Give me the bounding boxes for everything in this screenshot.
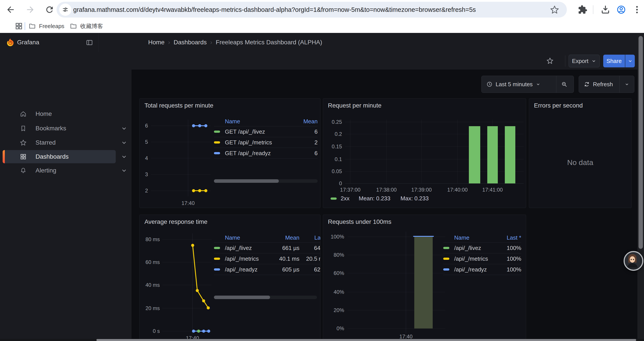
pill-spacer (214, 120, 220, 122)
share-menu-button[interactable] (625, 55, 635, 67)
legend-header: Name Mean Las (214, 233, 320, 243)
legend-col-name[interactable]: Name (225, 234, 275, 241)
svg-text:100%: 100% (331, 234, 344, 240)
star-icon (20, 139, 27, 146)
refresh-interval-button[interactable] (620, 76, 634, 93)
legend-row[interactable]: /api/_/metrics 40.1 ms 20.5 m (214, 253, 320, 264)
sidebar-item-home[interactable]: Home (0, 108, 132, 120)
legend-row[interactable]: /api/_/livez 100% (443, 243, 521, 253)
chevron-down-icon[interactable] (120, 167, 128, 174)
toolbar-divider (565, 55, 565, 67)
grafana-header: Grafana Home›Dashboards›Freeleaps Metric… (0, 33, 644, 52)
bookmark-star-icon[interactable] (550, 5, 560, 15)
bookmark-folder-blogs[interactable]: 收藏博客 (70, 21, 103, 31)
legend-scrollbar[interactable] (214, 295, 317, 299)
legend-row[interactable]: GET /api/_/readyz 6 (214, 148, 318, 159)
dashboards-icon (20, 153, 27, 160)
screen: grafana.mathmast.com/d/deytv4rwavabkb/fr… (0, 0, 644, 341)
panel-request-per-minute[interactable]: Request per minute 0.25 0.2 0.15 0.1 0.0… (323, 98, 526, 208)
floating-assistant-avatar[interactable] (624, 251, 643, 271)
sidebar-item-label: Bookmarks (36, 125, 66, 132)
panel-requests-under-100ms[interactable]: Requests under 100ms 100% 80% 60% 40% 20… (323, 215, 526, 341)
extensions-icon[interactable] (578, 5, 588, 15)
browser-menu-icon[interactable] (632, 5, 642, 15)
legend-col-name[interactable]: Name (454, 234, 497, 241)
chevron-down-icon[interactable] (120, 139, 128, 146)
series-name[interactable]: /api/_/metrics (225, 255, 275, 262)
mega-menu-toggle-icon[interactable] (86, 39, 93, 46)
sidebar-item-alerting[interactable]: Alerting (0, 164, 132, 177)
chevron-down-icon[interactable] (120, 153, 128, 160)
sidebar-item-starred[interactable]: Starred (0, 136, 132, 149)
legend-row[interactable]: /api/_/readyz 100% (443, 264, 521, 275)
bookmark-folder-label: 收藏博客 (80, 22, 103, 30)
forward-icon[interactable] (26, 5, 35, 15)
sidebar-item-dashboards[interactable]: Dashboards (0, 150, 132, 163)
svg-text:60%: 60% (334, 270, 344, 276)
series-last: 646 (300, 245, 320, 251)
folder-icon (28, 22, 36, 30)
back-icon[interactable] (6, 5, 15, 15)
series-name[interactable]: /api/_/metrics (454, 255, 497, 262)
series-name[interactable]: /api/_/livez (454, 245, 497, 251)
sidebar-item-label: Alerting (36, 167, 56, 174)
zoom-out-button[interactable] (556, 76, 572, 93)
series-name[interactable]: GET /api/_/readyz (225, 150, 300, 157)
legend-col-name[interactable]: Name (225, 118, 300, 125)
svg-text:40 ms: 40 ms (146, 282, 160, 288)
panel-total-requests[interactable]: Total requests per minute 6 5 4 3 2 17:4… (140, 98, 320, 208)
export-button[interactable]: Export (568, 55, 600, 67)
series-name[interactable]: /api/_/readyz (454, 266, 497, 273)
series-color-pill (443, 247, 449, 249)
legend-col-mean[interactable]: Mean (275, 234, 300, 241)
refresh-label: Refresh (593, 81, 613, 88)
series-name[interactable]: /api/_/livez (225, 245, 275, 251)
sidebar-item-bookmarks[interactable]: Bookmarks (0, 122, 132, 135)
panel-average-response-time[interactable]: Average response time 80 ms 60 ms 40 ms … (140, 215, 320, 341)
bookmark-folder-freeleaps[interactable]: Freeleaps (28, 21, 64, 31)
horizontal-scrollbar-thumb[interactable] (96, 339, 636, 341)
legend-scrollbar[interactable] (214, 179, 318, 183)
svg-text:80 ms: 80 ms (146, 236, 160, 242)
panel-title[interactable]: Errors per second (534, 102, 583, 109)
share-button[interactable]: Share (603, 55, 625, 67)
series-name[interactable]: /api/_/readyz (225, 266, 275, 273)
breadcrumb-dashboards[interactable]: Dashboards (174, 39, 207, 46)
legend-row[interactable]: /api/_/metrics 100% (443, 253, 521, 264)
svg-text:0.15: 0.15 (332, 144, 342, 149)
reload-icon[interactable] (45, 5, 54, 15)
panel-errors-per-second[interactable]: Errors per second No data (529, 98, 632, 208)
legend-table: Name Mean GET /api/_/livez 6 GET /api/_/… (214, 117, 318, 159)
svg-text:0.2: 0.2 (335, 131, 342, 137)
series-name[interactable]: 2xx (341, 195, 350, 202)
time-range-label: Last 5 minutes (496, 81, 533, 88)
series-name[interactable]: GET /api/_/livez (225, 128, 300, 135)
clock-icon (486, 81, 492, 87)
refresh-button[interactable]: Refresh (579, 76, 620, 93)
favorite-star-icon[interactable] (546, 57, 554, 65)
legend-col-last[interactable]: Las (300, 234, 320, 241)
series-name[interactable]: GET /api/_/metrics (225, 139, 300, 146)
chevron-down-icon[interactable] (120, 125, 128, 132)
address-bar[interactable]: grafana.mathmast.com/d/deytv4rwavabkb/fr… (56, 2, 567, 18)
legend-row[interactable]: /api/_/readyz 605 µs 620 (214, 264, 320, 275)
series-last: 20.5 m (300, 255, 320, 262)
time-range-picker[interactable]: Last 5 minutes (482, 76, 556, 93)
grafana-logo[interactable] (6, 38, 15, 47)
vertical-scrollbar-thumb[interactable] (638, 36, 643, 249)
svg-text:20 ms: 20 ms (146, 305, 160, 311)
legend-row[interactable]: GET /api/_/livez 6 (214, 126, 318, 137)
breadcrumb-home[interactable]: Home (148, 39, 164, 46)
legend-col-mean[interactable]: Mean (300, 118, 318, 125)
svg-text:40%: 40% (334, 289, 344, 295)
svg-text:5: 5 (145, 139, 148, 145)
apps-grid-icon[interactable] (15, 22, 23, 30)
url-text[interactable]: grafana.mathmast.com/d/deytv4rwavabkb/fr… (73, 2, 476, 18)
profile-icon[interactable] (616, 5, 626, 15)
downloads-icon[interactable] (600, 5, 610, 15)
bookmark-icon (20, 125, 27, 132)
legend-col-last[interactable]: Last * (497, 234, 521, 241)
legend-row[interactable]: /api/_/livez 661 µs 646 (214, 243, 320, 253)
legend-row[interactable]: GET /api/_/metrics 2 (214, 137, 318, 148)
site-settings-icon[interactable] (59, 4, 72, 16)
